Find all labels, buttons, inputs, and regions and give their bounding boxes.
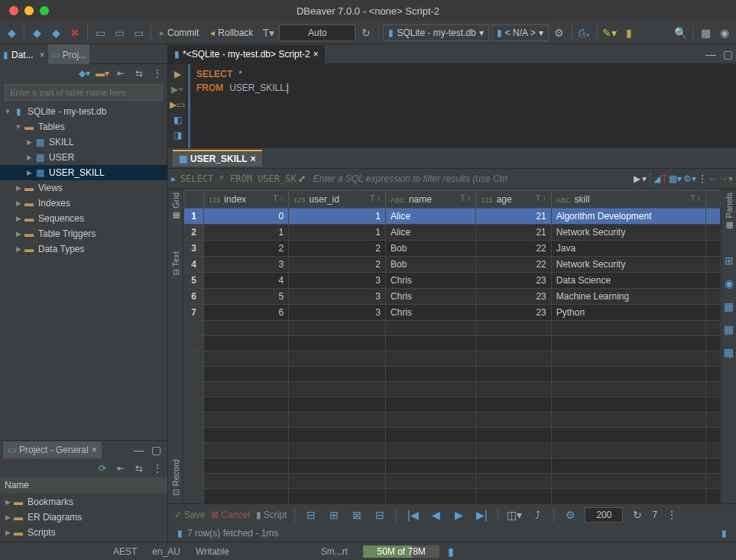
expand-icon[interactable]: ▶ — [3, 529, 12, 536]
maximize-icon[interactable]: ▢ — [719, 46, 736, 63]
window-minimize-button[interactable] — [24, 6, 34, 15]
cell-user_id[interactable]: 3 — [289, 289, 386, 305]
recent-sql-icon[interactable]: ◆ — [47, 24, 64, 41]
row-number[interactable]: 3 — [184, 241, 204, 257]
expand-icon[interactable]: ▶ — [14, 245, 23, 253]
row-number[interactable]: 6 — [184, 289, 204, 305]
expand-icon[interactable]: ▶ — [14, 199, 23, 207]
perspective-icon[interactable]: ▦ — [697, 24, 714, 41]
filter-remove-icon[interactable]: ◢ — [653, 173, 660, 184]
table-row[interactable]: 322Bob22Java — [184, 241, 721, 257]
panel-value-icon[interactable]: ⊞ — [721, 252, 737, 269]
project-item[interactable]: ▶▬ER Diagrams — [0, 510, 167, 525]
row-number[interactable]: 1 — [184, 209, 204, 225]
cell-name[interactable]: Chris — [386, 289, 476, 305]
refresh-icon[interactable]: ⟳ — [96, 461, 109, 475]
panels-icon[interactable]: ▦▾ — [669, 173, 682, 184]
prev-icon[interactable]: ← — [708, 173, 718, 184]
table-row[interactable]: 763Chris23Python — [184, 305, 721, 321]
mode-record[interactable]: ⊡ Record — [170, 459, 180, 496]
page-size-input[interactable] — [585, 507, 623, 523]
cell-name[interactable]: Chris — [386, 305, 476, 321]
expand-icon[interactable]: ▶ — [14, 184, 23, 192]
prev-page-icon[interactable]: ◀ — [427, 507, 444, 523]
export-icon[interactable]: ⤴ — [529, 507, 546, 523]
menu-icon[interactable]: ⋮ — [151, 66, 164, 80]
new-sql-icon[interactable]: ◆ — [28, 24, 45, 41]
print-icon[interactable]: ⎙▾ — [576, 24, 593, 41]
expand-icon[interactable]: ⤢ — [298, 173, 306, 184]
tree-filter-input[interactable] — [5, 84, 163, 101]
edit-icon[interactable]: ⊟ — [303, 507, 319, 523]
link-icon[interactable]: ⇆ — [132, 66, 146, 80]
cell-index[interactable]: 6 — [204, 305, 289, 321]
cell-index[interactable]: 4 — [204, 273, 289, 289]
col-index[interactable]: 123 index T ↕ — [204, 190, 289, 209]
col-skill[interactable]: ABC skill T ↕ — [551, 190, 705, 209]
close-icon[interactable]: × — [92, 445, 97, 455]
log-icon[interactable]: ▮ — [721, 528, 727, 539]
cell-skill[interactable]: Data Science — [551, 273, 705, 289]
expand-icon[interactable]: ▶ — [3, 513, 12, 521]
tree-tables-folder[interactable]: ▼ ▬ Tables — [0, 119, 167, 134]
menu-icon[interactable]: ⋮ — [151, 461, 164, 475]
delete-row-icon[interactable]: ⊟ — [371, 507, 388, 523]
panels-tab[interactable]: ▦ Panels — [724, 193, 734, 231]
expand-icon[interactable]: ▶ — [14, 215, 23, 222]
mode-grid[interactable]: ▦ Grid — [170, 193, 180, 221]
tree-folder[interactable]: ▶▬Views — [0, 180, 167, 196]
expand-icon[interactable]: ▶ — [24, 169, 34, 176]
tx-log-icon[interactable]: ↻ — [358, 24, 374, 41]
cell-skill[interactable]: Java — [551, 241, 705, 257]
last-page-icon[interactable]: ▶| — [473, 507, 490, 523]
results-grid[interactable]: 123 index T ↕123 user_id T ↕ABC name T ↕… — [183, 189, 721, 503]
table-row[interactable]: 211Alice21Network Security — [184, 225, 721, 241]
play-icon[interactable]: ▶ — [634, 173, 640, 184]
expand-icon[interactable]: ▶ — [24, 138, 34, 146]
row-number[interactable]: 4 — [184, 257, 204, 273]
tree-table-skill[interactable]: ▶ ▦ SKILL — [0, 134, 167, 150]
editor-tab-script[interactable]: ▮ *<SQLite - my-test.db> Script-2 × — [168, 45, 325, 63]
disconnect-icon[interactable]: ✖ — [66, 24, 83, 41]
expand-icon[interactable]: ▶ — [24, 154, 34, 161]
link-icon[interactable]: ⇆ — [132, 461, 146, 475]
rollback-button[interactable]: ◂ Rollback — [206, 24, 258, 41]
cell-age[interactable]: 23 — [476, 305, 551, 321]
new-connection-icon[interactable]: ◆ — [3, 24, 20, 41]
tree-connection[interactable]: ▼ ▮ SQLite - my-test.db — [0, 104, 167, 119]
maximize-icon[interactable]: ▢ — [148, 442, 164, 458]
filter-clear-icon[interactable]: T — [662, 173, 667, 184]
expand-icon[interactable]: ▼ — [3, 108, 12, 115]
cell-age[interactable]: 21 — [476, 225, 551, 241]
row-number[interactable]: 7 — [184, 305, 204, 321]
window-zoom-button[interactable] — [40, 6, 49, 15]
cell-name[interactable]: Chris — [386, 273, 476, 289]
tree-folder[interactable]: ▶▬Table Triggers — [0, 226, 167, 241]
filter-hint[interactable]: Enter a SQL expression to filter results… — [313, 173, 632, 184]
cell-index[interactable]: 0 — [204, 209, 289, 225]
cell-skill[interactable]: Python — [551, 305, 705, 321]
sql-editor[interactable]: ▶ ▶+ ▶▭ ◧ ◨ SELECT * FROM USER_SKILL; — [168, 64, 736, 148]
collapse-icon[interactable]: ⇤ — [114, 66, 128, 80]
export-icon[interactable]: ◨ — [173, 130, 182, 141]
menu-icon[interactable]: ⋮ — [698, 173, 707, 184]
database-tree[interactable]: ▼ ▮ SQLite - my-test.db ▼ ▬ Tables ▶ ▦ S… — [0, 102, 167, 440]
sql-script-icon[interactable]: ▭ — [111, 24, 128, 41]
minimize-icon[interactable]: — — [702, 46, 719, 63]
cell-index[interactable]: 3 — [204, 257, 289, 273]
cancel-button[interactable]: ⊠ Cancel — [211, 510, 249, 520]
gc-icon[interactable]: ▮ — [443, 543, 459, 560]
pencil-icon[interactable]: ✎▾ — [601, 24, 618, 41]
run-icon[interactable]: ▶ — [174, 69, 181, 79]
search-icon[interactable]: 🔍 — [672, 24, 689, 41]
cell-skill[interactable]: Machine Learning — [551, 289, 705, 305]
commit-button[interactable]: ▸ Commit — [155, 24, 203, 41]
sql-editor-icon[interactable]: ▭ — [92, 24, 109, 41]
next-page-icon[interactable]: ▶ — [450, 507, 467, 523]
project-tab[interactable]: ▭ Project - General × — [3, 442, 102, 458]
tree-folder[interactable]: ▶▬Data Types — [0, 241, 167, 257]
cell-skill[interactable]: Algorithm Development — [551, 209, 705, 225]
cell-age[interactable]: 23 — [476, 273, 551, 289]
highlight-icon[interactable]: ▮ — [621, 24, 637, 41]
table-row[interactable]: 543Chris23Data Science — [184, 273, 721, 289]
